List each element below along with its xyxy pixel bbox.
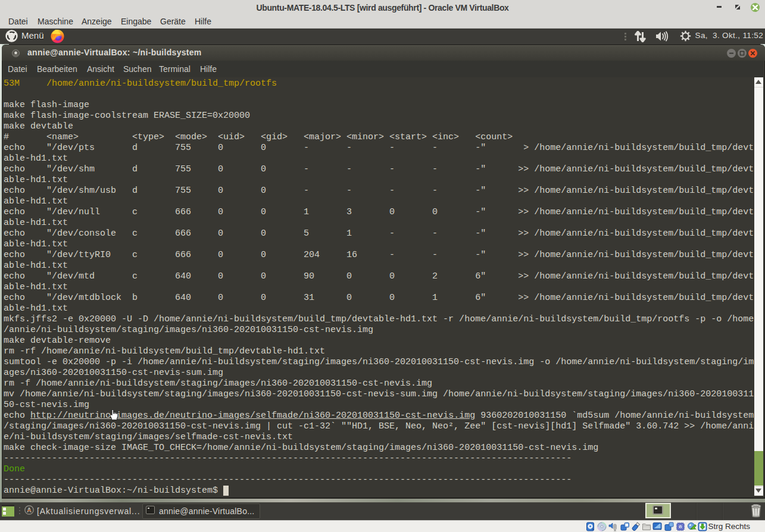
svg-text:V: V: [679, 525, 682, 528]
svg-text:A: A: [27, 506, 32, 514]
